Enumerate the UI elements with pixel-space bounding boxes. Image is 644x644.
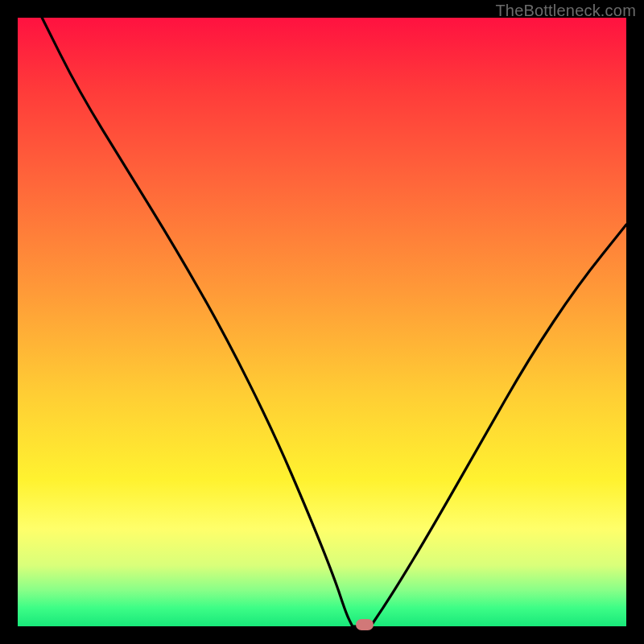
plot-area [18, 18, 626, 626]
optimum-marker [356, 619, 374, 630]
curve-path [42, 18, 626, 626]
watermark-text: TheBottleneck.com [495, 2, 636, 20]
bottleneck-curve [18, 18, 626, 626]
chart-frame: TheBottleneck.com [0, 0, 644, 644]
